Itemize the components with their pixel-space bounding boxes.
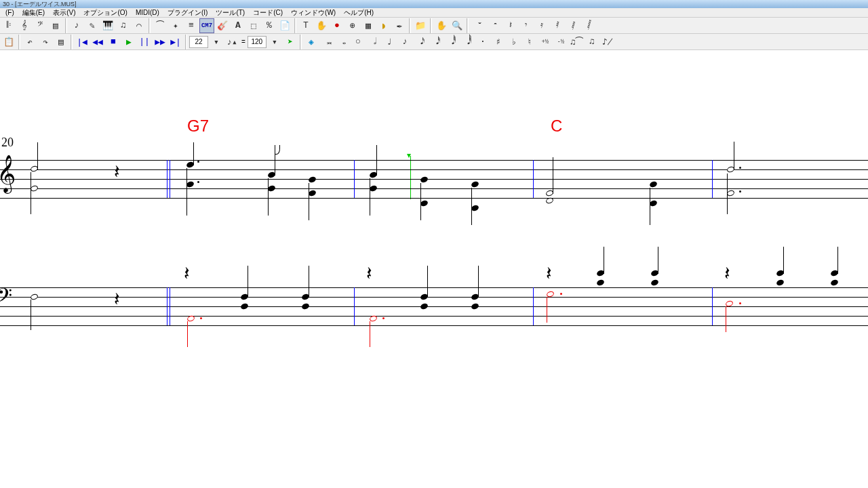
guitar-button[interactable]: 🎸	[215, 18, 230, 33]
chord-label-c[interactable]: C	[551, 117, 562, 136]
select-button[interactable]: ⬚	[246, 18, 261, 33]
note-head[interactable]	[308, 176, 317, 183]
pen-button[interactable]: ✒	[392, 18, 407, 33]
flat-button[interactable]: ♭	[507, 35, 521, 49]
measure-input[interactable]	[189, 36, 208, 48]
half-note-button[interactable]: 𝅗𝅥	[366, 35, 381, 49]
forward-end-button[interactable]: ▶|	[168, 35, 183, 49]
sixty-fourth-rest-button[interactable]: 𝅁	[564, 18, 579, 33]
camera-button[interactable]: ▦	[361, 18, 376, 33]
layer-button[interactable]: ◈	[304, 35, 319, 49]
menu-help[interactable]: ヘルプ(H)	[340, 8, 378, 18]
menu-tool[interactable]: ツール(T)	[212, 8, 249, 18]
note-head[interactable]	[830, 279, 839, 286]
sixteenth-note-button[interactable]: 𝅘𝅥𝅯	[413, 35, 428, 49]
undo-button[interactable]: ↶	[22, 35, 37, 49]
measure-down-button[interactable]: ▾	[209, 35, 224, 49]
zoom-button[interactable]: 🔍	[450, 18, 465, 33]
grab-button[interactable]: ✋	[434, 18, 449, 33]
note-head[interactable]	[471, 302, 479, 310]
note-128-button[interactable]: 𝅘𝅥𝅲	[460, 35, 475, 49]
whole-rest-button[interactable]: 𝄻	[471, 18, 486, 33]
chord-button[interactable]: CM7	[199, 18, 214, 33]
quarter-note-button[interactable]: ♩	[382, 35, 397, 49]
note-head[interactable]	[420, 176, 429, 183]
rewind-start-button[interactable]: |◀	[75, 35, 90, 49]
beam-button[interactable]: ♫	[116, 18, 131, 33]
dot-button[interactable]: ·	[475, 35, 490, 49]
menu-plugin[interactable]: プラグイン(I)	[163, 8, 212, 18]
disk-button[interactable]: ◗	[376, 18, 391, 33]
tuplet-button[interactable]: ✦	[168, 18, 183, 33]
note-head[interactable]	[650, 279, 659, 286]
text-button[interactable]: A	[231, 18, 245, 33]
eighth-note-button[interactable]: ♪	[69, 18, 84, 33]
hammer-button[interactable]: T	[298, 18, 313, 33]
quarter-rest-button[interactable]: 𝄽	[502, 18, 517, 33]
octave-down-button[interactable]: -½	[553, 35, 568, 49]
menu-file[interactable]: (F)	[1, 9, 18, 16]
note-head[interactable]	[240, 302, 249, 310]
score-area[interactable]: 20 𝄞 𝄢 G7 C ▾ 𝄽 𝄽 𝄽	[0, 50, 868, 488]
globe-button[interactable]: ⊕	[345, 18, 360, 33]
tempo-down-button[interactable]: ▾	[267, 35, 282, 49]
send-button[interactable]: ➤	[283, 35, 298, 49]
menu-window[interactable]: ウィンドウ(W)	[287, 8, 340, 18]
menu-code[interactable]: コード(C)	[249, 8, 287, 18]
copy-button[interactable]: 📋	[1, 35, 16, 49]
eighth-rest-button[interactable]: 𝄾	[517, 18, 532, 33]
percent-button[interactable]: %	[262, 18, 277, 33]
note-head[interactable]	[596, 279, 605, 286]
layout-button[interactable]: ▤	[48, 18, 63, 33]
menu-view[interactable]: 表示(V)	[49, 8, 79, 18]
note-head[interactable]	[471, 180, 479, 188]
edit-note-button[interactable]: ✎	[85, 18, 100, 33]
barline	[533, 160, 534, 198]
page-button[interactable]: 📄	[277, 18, 292, 33]
rewind-button[interactable]: ◀◀	[90, 35, 105, 49]
pause-button[interactable]: ||	[137, 35, 152, 49]
tempo-input[interactable]	[248, 36, 267, 48]
grace-note-button[interactable]: ♪̸	[600, 35, 615, 49]
whole-note-button[interactable]: 𝅝	[335, 35, 350, 49]
forward-button[interactable]: ▶▶	[153, 35, 167, 49]
sixty-fourth-note-button[interactable]: 𝅘𝅥𝅱	[444, 35, 459, 49]
double-whole-note-button[interactable]: 𝅜	[319, 35, 334, 49]
octave-up-button[interactable]: +½	[538, 35, 553, 49]
note-head[interactable]	[420, 302, 429, 310]
tie-button[interactable]: ⌒	[132, 18, 146, 33]
part-button[interactable]: 𝄆	[1, 18, 16, 33]
bass-clef-button[interactable]: 𝄢	[33, 18, 47, 33]
beam-button-2[interactable]: ♫	[585, 35, 599, 49]
sixteenth-rest-button[interactable]: 𝄿	[533, 18, 548, 33]
sharp-button[interactable]: ♯	[491, 35, 506, 49]
thirty-second-rest-button[interactable]: 𝅀	[549, 18, 564, 33]
tie-button-2[interactable]: ♫⁀	[569, 35, 584, 49]
eighth-note-button-2[interactable]: ♪	[397, 35, 412, 49]
apple-button[interactable]: ●	[330, 18, 344, 33]
menu-option[interactable]: オプション(O)	[79, 8, 131, 18]
lyric-button[interactable]: ≡	[184, 18, 199, 33]
menu-midi[interactable]: MIDI(D)	[132, 9, 163, 16]
half-note-inv-button[interactable]: ○	[351, 35, 366, 49]
treble-clef-button[interactable]: 𝄞	[17, 18, 32, 33]
note-head[interactable]	[301, 302, 310, 310]
natural-button[interactable]: ♮	[522, 35, 537, 49]
play-button[interactable]: ▶	[121, 35, 136, 49]
hand-button[interactable]: ✋	[314, 18, 329, 33]
slur-button[interactable]: ⁀	[153, 18, 167, 33]
menu-edit[interactable]: 編集(E)	[18, 8, 49, 18]
thirty-second-note-button[interactable]: 𝅘𝅥𝅰	[429, 35, 443, 49]
piano-button[interactable]: 🎹	[100, 18, 115, 33]
folder-button[interactable]: 📁	[413, 18, 428, 33]
rest-128-button[interactable]: 𝅂	[580, 18, 595, 33]
note-spin-button[interactable]: ♪▴	[224, 35, 239, 49]
half-rest-button[interactable]: 𝄼	[486, 18, 501, 33]
chord-label-g7[interactable]: G7	[187, 117, 209, 136]
note-head[interactable]	[776, 279, 785, 286]
note-head[interactable]	[649, 180, 658, 188]
redo-button[interactable]: ↷	[38, 35, 53, 49]
stop-button[interactable]: ■	[106, 35, 121, 49]
note-stem	[376, 145, 377, 176]
doc-button[interactable]: ▤	[54, 35, 68, 49]
